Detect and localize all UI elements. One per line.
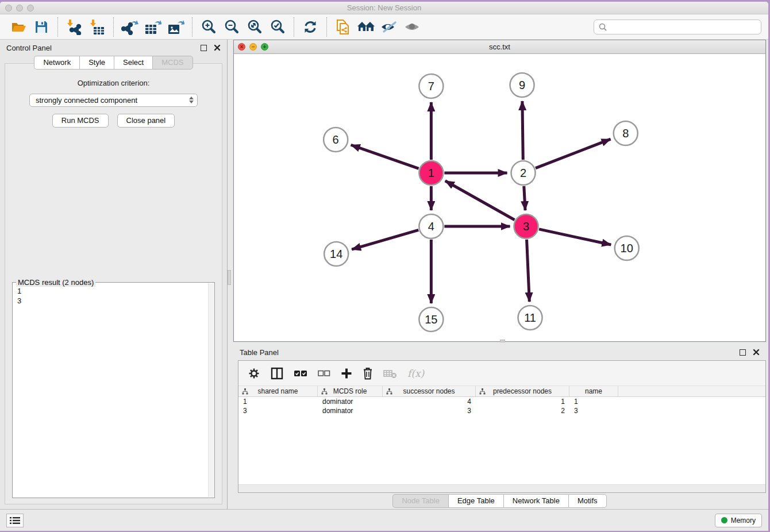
show-all-icon[interactable] [401, 17, 424, 37]
run-mcds-button[interactable]: Run MCDS [52, 114, 109, 128]
float-panel-icon[interactable] [201, 45, 207, 51]
clone-network-icon[interactable] [332, 17, 355, 37]
column-header-name[interactable]: name [569, 386, 618, 396]
table-cell[interactable]: 1 [569, 397, 618, 406]
tab-node-table[interactable]: Node Table [392, 494, 448, 508]
table-row[interactable]: 1dominator411 [238, 397, 765, 406]
tab-edge-table[interactable]: Edge Table [448, 494, 503, 508]
graph-node-6[interactable]: 6 [324, 128, 348, 152]
delete-column-icon[interactable] [363, 366, 373, 381]
graph-node-7[interactable]: 7 [419, 74, 443, 98]
export-image-icon[interactable] [164, 17, 187, 37]
svg-text:6: 6 [333, 133, 339, 146]
svg-text:1: 1 [428, 167, 434, 179]
close-table-panel-icon[interactable] [753, 349, 760, 356]
save-session-icon[interactable] [30, 17, 53, 37]
vertical-splitter-handle[interactable] [228, 270, 231, 285]
memory-button[interactable]: Memory [715, 514, 762, 527]
graph-edge-3-11[interactable] [527, 240, 530, 302]
deselect-all-icon[interactable] [318, 366, 330, 381]
tab-mcds[interactable]: MCDS [152, 56, 192, 70]
graph-edge-1-6[interactable] [351, 145, 419, 168]
network-close-button[interactable]: × [238, 43, 245, 51]
main-area: Control Panel NetworkStyleSelectMCDS Opt… [0, 40, 768, 509]
export-table-icon[interactable] [141, 17, 164, 37]
graph-node-2[interactable]: 2 [511, 161, 536, 185]
graph-edge-4-14[interactable] [352, 230, 418, 249]
float-table-panel-icon[interactable] [740, 349, 746, 356]
graph-edge-2-8[interactable] [536, 139, 611, 168]
task-history-button[interactable] [6, 514, 24, 527]
close-panel-button[interactable]: Close panel [117, 114, 175, 128]
mcds-result-text[interactable]: 1 3 [17, 286, 207, 496]
select-all-icon[interactable] [294, 366, 307, 381]
graph-edge-2-9[interactable] [522, 101, 523, 160]
zoom-selected-icon[interactable] [266, 17, 289, 37]
column-header-predecessor-nodes[interactable]: predecessor nodes [476, 386, 569, 396]
table-cell[interactable]: 3 [238, 406, 318, 415]
svg-text:8: 8 [622, 127, 629, 140]
network-maximize-button[interactable]: + [261, 43, 268, 51]
refresh-icon[interactable] [299, 17, 322, 37]
search-input[interactable] [610, 22, 756, 31]
table-cell[interactable]: 4 [383, 397, 476, 406]
zoom-fit-icon[interactable] [243, 17, 266, 37]
network-resize-handle[interactable] [500, 340, 505, 342]
close-window-button[interactable] [5, 5, 12, 11]
tab-motifs[interactable]: Motifs [568, 494, 607, 508]
graph-node-10[interactable]: 10 [615, 236, 639, 260]
table-panel-title: Table Panel [240, 348, 279, 357]
search-box [594, 20, 761, 34]
network-window-title: scc.txt [234, 40, 765, 53]
graph-node-1[interactable]: 1 [419, 161, 443, 185]
graph-node-3[interactable]: 3 [514, 214, 538, 238]
graph-edge-3-1[interactable] [445, 181, 515, 220]
zoom-in-icon[interactable] [197, 17, 220, 37]
title-bar: Session: New Session [0, 2, 768, 14]
tab-network-table[interactable]: Network Table [503, 494, 568, 508]
graph-node-9[interactable]: 9 [510, 73, 534, 97]
toolbar-separator [57, 17, 58, 37]
add-column-icon[interactable] [341, 366, 352, 381]
table-cell[interactable]: 1 [476, 397, 569, 406]
table-cell[interactable]: 3 [383, 406, 476, 415]
table-cell[interactable]: 2 [476, 406, 569, 415]
graph-node-15[interactable]: 15 [419, 307, 443, 331]
zoom-out-icon[interactable] [220, 17, 243, 37]
column-header-shared-name[interactable]: shared name [238, 386, 318, 396]
import-table-icon[interactable] [86, 17, 109, 37]
show-columns-icon[interactable] [271, 366, 283, 381]
result-scrollbar[interactable] [208, 283, 214, 497]
svg-text:11: 11 [524, 311, 536, 324]
network-canvas: 1234678910111415 [234, 54, 765, 341]
graph-node-11[interactable]: 11 [518, 306, 542, 330]
tab-style[interactable]: Style [79, 56, 114, 70]
zoom-window-button[interactable] [27, 5, 34, 11]
table-cell[interactable]: 3 [569, 406, 618, 415]
table-cell[interactable]: dominator [318, 406, 383, 415]
table-header-row: shared nameMCDS rolesuccessor nodesprede… [238, 386, 765, 397]
hide-selected-icon[interactable] [378, 17, 401, 37]
import-network-icon[interactable] [63, 17, 86, 37]
close-panel-icon[interactable] [214, 44, 221, 51]
tab-network[interactable]: Network [34, 56, 79, 70]
network-canvas-area[interactable]: 1234678910111415 [234, 54, 765, 341]
table-row[interactable]: 3dominator323 [238, 406, 765, 415]
tab-select[interactable]: Select [114, 56, 152, 70]
criterion-select[interactable]: strongly connected component [29, 94, 198, 107]
graph-node-4[interactable]: 4 [419, 214, 443, 238]
home-views-icon[interactable] [355, 17, 378, 37]
column-header-MCDS-role[interactable]: MCDS role [318, 386, 383, 396]
column-header-successor-nodes[interactable]: successor nodes [383, 386, 476, 396]
graph-edge-2-3[interactable] [524, 186, 525, 210]
network-minimize-button[interactable]: – [249, 43, 257, 51]
graph-node-14[interactable]: 14 [324, 242, 348, 266]
table-settings-gear-icon[interactable] [248, 366, 260, 381]
graph-node-8[interactable]: 8 [614, 121, 638, 145]
minimize-window-button[interactable] [16, 5, 23, 11]
table-cell[interactable]: dominator [318, 397, 383, 406]
graph-edge-3-10[interactable] [539, 229, 611, 245]
table-cell[interactable]: 1 [238, 397, 318, 406]
export-network-icon[interactable] [118, 17, 141, 37]
open-file-icon[interactable] [7, 17, 30, 37]
